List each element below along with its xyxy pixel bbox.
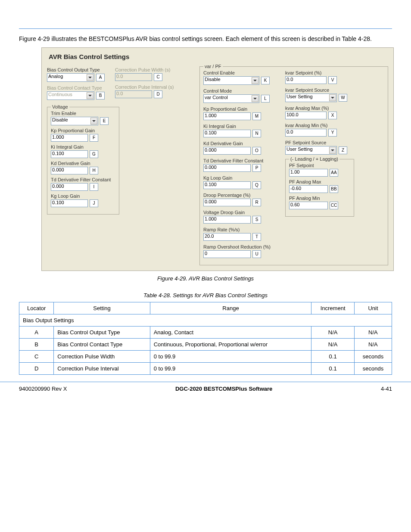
tag-aa: AA <box>330 169 338 177</box>
tag-c: C <box>154 73 162 81</box>
settings-table: Locator Setting Range Increment Unit Bia… <box>19 302 392 375</box>
control-enable-label: Control Enable <box>203 70 272 75</box>
bias-output-type-label: Bias Control Output Type <box>47 67 105 72</box>
th-range: Range <box>150 302 311 314</box>
bias-output-type-select[interactable]: Analog <box>47 73 94 82</box>
lead-lag-legend: (- Leading / + Lagging) <box>289 156 339 162</box>
group-bias-output: Bias Output Settings <box>19 314 392 326</box>
varpf-legend: var / PF <box>203 64 223 69</box>
kvar-amin-input[interactable]: 0.0 <box>285 129 327 137</box>
corr-pi-input: 0.0 <box>115 90 152 98</box>
tag-m: M <box>252 112 261 120</box>
p-ki-label: Ki Integral Gain <box>203 124 272 129</box>
footer-left: 9400200990 Rev X <box>19 386 67 392</box>
kvar-sp-label: kvar Setpoint (%) <box>285 70 354 75</box>
p-kd-input[interactable]: 0.000 <box>203 147 251 155</box>
table-row: A Bias Control Output Type Analog, Conta… <box>19 326 392 338</box>
table-caption: Table 4-28. Settings for AVR Bias Contro… <box>0 292 411 299</box>
ror-label: Ramp Overshoot Reduction (%) <box>203 244 272 249</box>
v-kg-input[interactable]: 0.100 <box>51 199 88 207</box>
tag-cc: CC <box>330 202 338 209</box>
ramp-rate-label: Ramp Rate (%/s) <box>203 227 272 232</box>
kvar-amax-label: kvar Analog Max (%) <box>285 106 354 111</box>
table-row: C Correction Pulse Width 0 to 99.9 0.1 s… <box>19 350 392 362</box>
kvar-ss-label: kvar Setpoint Source <box>285 87 354 93</box>
footer-right: 4-41 <box>381 386 392 392</box>
trim-enable-select[interactable]: Disable <box>51 117 98 125</box>
kvar-amax-input[interactable]: 100.0 <box>285 112 327 119</box>
pf-amax-input[interactable]: -0.60 <box>289 185 328 193</box>
p-kd-label: Kd Derivative Gain <box>203 141 272 146</box>
corr-pw-label: Correction Pulse Width (s) <box>115 67 174 72</box>
pf-ss-label: PF Setpoint Source <box>285 140 354 145</box>
tag-d: D <box>154 90 162 98</box>
tag-o: O <box>252 147 261 155</box>
kvar-ss-select[interactable]: User Setting <box>285 93 337 102</box>
vdg-input[interactable]: 1.000 <box>203 216 251 224</box>
th-increment: Increment <box>311 302 355 314</box>
tag-z: Z <box>339 146 347 154</box>
corr-pw-input: 0.0 <box>115 73 152 81</box>
tag-u: U <box>252 250 261 258</box>
th-locator: Locator <box>19 302 54 314</box>
tag-j: J <box>90 199 98 207</box>
th-unit: Unit <box>354 302 392 314</box>
tag-g: G <box>90 150 98 158</box>
tag-l: L <box>261 95 270 103</box>
voltage-legend: Voltage <box>51 104 69 109</box>
tag-n: N <box>252 130 261 137</box>
v-kp-input[interactable]: 1.000 <box>51 134 88 142</box>
control-mode-label: Control Mode <box>203 88 272 93</box>
p-kg-input[interactable]: 0.100 <box>203 181 251 189</box>
v-kd-input[interactable]: 0.000 <box>51 167 88 174</box>
p-ki-input[interactable]: 0.100 <box>203 130 251 137</box>
ror-input[interactable]: 0 <box>203 250 251 258</box>
v-ki-input[interactable]: 0.100 <box>51 150 88 158</box>
tag-w: W <box>339 94 347 102</box>
tag-f: F <box>90 134 98 142</box>
tag-b: B <box>96 92 105 100</box>
p-kp-label: Kp Proportional Gain <box>203 106 272 112</box>
tag-e: E <box>100 117 109 125</box>
footer-mid: DGC-2020 BESTCOMSPlus Software <box>175 386 272 392</box>
tag-p: P <box>252 164 261 172</box>
v-td-input[interactable]: 0.000 <box>51 183 88 191</box>
pf-sp-label: PF Setpoint <box>289 163 350 168</box>
tag-r: R <box>252 199 261 206</box>
pf-ss-select[interactable]: User Setting <box>285 146 337 155</box>
p-td-input[interactable]: 0.000 <box>203 164 251 172</box>
v-kg-label: Kg Loop Gain <box>51 193 115 199</box>
corr-pi-label: Correction Pulse Interval (s) <box>115 84 174 90</box>
droop-pct-input[interactable]: 0.000 <box>203 199 251 206</box>
tag-h: H <box>90 167 98 174</box>
table-row: D Correction Pulse Interval 0 to 99.9 0.… <box>19 362 392 374</box>
kvar-sp-input[interactable]: 0.0 <box>285 76 327 84</box>
v-ki-label: Ki Integral Gain <box>51 144 115 149</box>
kvar-amin-label: kvar Analog Min (%) <box>285 123 354 128</box>
control-enable-select[interactable]: Disable <box>203 76 259 85</box>
p-td-label: Td Derivative Filter Constant <box>203 158 272 163</box>
th-setting: Setting <box>54 302 150 314</box>
bias-contact-type-select: Continuous <box>47 91 94 100</box>
tag-q: Q <box>252 181 261 189</box>
tag-a: A <box>96 74 105 81</box>
ramp-rate-input[interactable]: 20.0 <box>203 233 251 241</box>
pf-sp-input[interactable]: 1.00 <box>289 169 328 177</box>
tag-t: T <box>252 233 261 241</box>
table-row: B Bias Control Contact Type Continuous, … <box>19 338 392 350</box>
tag-x: X <box>328 112 337 119</box>
tag-i: I <box>90 183 98 191</box>
avr-settings-panel: AVR Bias Control Settings Bias Control O… <box>41 47 394 271</box>
v-td-label: Td Derivative Filter Constant <box>51 177 115 182</box>
tag-y: Y <box>328 129 337 137</box>
droop-pct-label: Droop Percentage (%) <box>203 193 272 198</box>
tag-bb: BB <box>330 185 338 193</box>
pf-amax-label: PF Analog Max <box>289 179 350 184</box>
v-kd-label: Kd Derivative Gain <box>51 161 115 166</box>
panel-title: AVR Bias Control Settings <box>49 53 388 60</box>
p-kp-input[interactable]: 1.000 <box>203 112 251 120</box>
pf-amin-input[interactable]: 0.60 <box>289 202 328 209</box>
v-kp-label: Kp Proportional Gain <box>51 128 115 133</box>
control-mode-select[interactable]: var Control <box>203 94 259 103</box>
figure-caption: Figure 4-29. AVR Bias Control Settings <box>0 275 411 282</box>
